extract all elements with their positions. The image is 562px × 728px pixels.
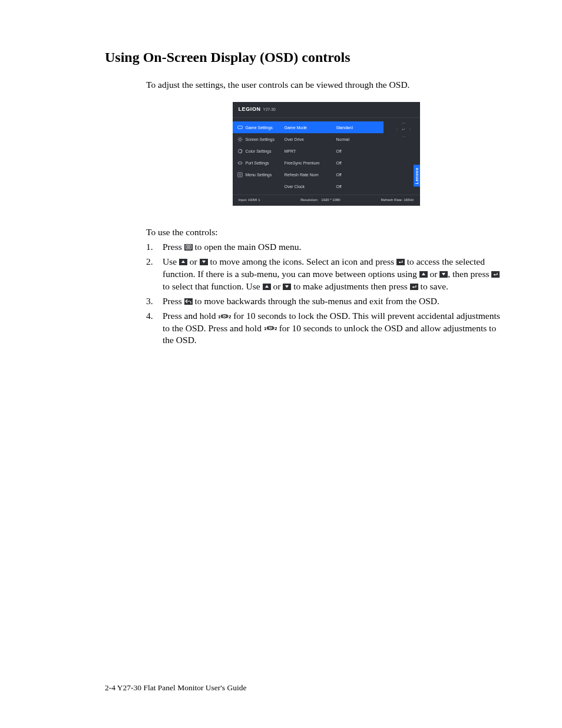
game-icon — [237, 125, 243, 130]
up-arrow-icon — [179, 259, 187, 265]
osd-item: Refresh Rate Num — [280, 169, 332, 180]
svg-line-8 — [238, 140, 239, 141]
step-body: Press to open the main OSD menu. — [163, 241, 506, 253]
osd-sidebar-label: Screen Settings — [246, 137, 275, 141]
step-body: Press and hold 12 for 10 seconds to lock… — [163, 310, 506, 347]
step-number: 1. — [146, 241, 163, 253]
svg-marker-28 — [412, 286, 414, 288]
svg-text:2: 2 — [229, 314, 231, 319]
osd-value: Off — [332, 180, 384, 192]
port-icon — [237, 160, 243, 166]
color-icon — [237, 149, 243, 154]
osd-header: LEGION Y27-30 — [233, 102, 420, 118]
osd-value: Normal — [332, 133, 384, 145]
svg-marker-24 — [442, 273, 445, 276]
step-body: Press to move backwards through the sub-… — [163, 295, 506, 308]
osd-footer: Input: HDMI 1 Resolution: 1920 * 1080 Re… — [233, 195, 420, 203]
svg-text:1: 1 — [218, 314, 221, 319]
osd-item-column: Game Mode Over Drive MPRT FreeSync Premi… — [280, 118, 332, 195]
osd-item: FreeSync Premium — [280, 157, 332, 169]
svg-marker-23 — [422, 273, 425, 276]
down-arrow-icon — [283, 284, 291, 290]
osd-item: Game Mode — [280, 121, 332, 133]
chevron-down-icon: ﹀ — [402, 135, 406, 139]
page-title: Using On-Screen Display (OSD) controls — [105, 50, 506, 65]
step-body: Use or to move among the icons. Select a… — [163, 256, 506, 293]
svg-line-7 — [241, 140, 242, 141]
osd-item: Over Drive — [280, 133, 332, 145]
svg-line-6 — [238, 137, 239, 138]
osd-value: Standard — [332, 121, 384, 133]
enter-icon — [396, 259, 405, 265]
svg-marker-20 — [181, 261, 185, 263]
down-arrow-icon — [439, 271, 448, 278]
osd-item: MPRT — [280, 145, 332, 157]
enter-icon — [410, 284, 418, 290]
svg-marker-26 — [265, 285, 269, 288]
key-hold-icon: 12 — [218, 313, 231, 319]
osd-sidebar-label: Color Settings — [246, 149, 272, 153]
osd-brand: LEGION — [239, 106, 261, 112]
up-arrow-icon — [419, 271, 428, 278]
chevron-right-icon: 〉 — [409, 127, 413, 131]
svg-point-35 — [270, 328, 271, 329]
osd-sidebar-label: Menu Settings — [246, 173, 272, 177]
menu-settings-icon — [237, 172, 243, 177]
brightness-icon — [237, 137, 243, 142]
menu-icon — [184, 244, 193, 251]
svg-rect-0 — [237, 126, 242, 129]
osd-item: Over Clock — [280, 180, 332, 192]
osd-sidebar-item: Menu Settings — [233, 169, 280, 180]
instruction-list: 1. Press to open the main OSD menu. 2. U… — [146, 241, 506, 347]
step-number: 4. — [146, 310, 163, 347]
lenovo-badge: Lenovo — [414, 165, 420, 187]
back-icon — [184, 298, 193, 305]
svg-point-1 — [239, 138, 241, 140]
osd-sidebar: Game Settings Screen Settings Color Sett… — [233, 118, 280, 195]
osd-dpad: ︿ ﹀ 〈 〉 ↵ — [395, 121, 412, 138]
osd-sidebar-item: Game Settings — [233, 121, 280, 133]
svg-marker-25 — [494, 274, 495, 276]
svg-marker-21 — [202, 261, 206, 263]
step-number: 2. — [146, 256, 163, 293]
svg-rect-14 — [237, 172, 242, 176]
osd-model: Y27-30 — [263, 107, 276, 111]
svg-point-31 — [224, 315, 225, 317]
svg-text:1: 1 — [264, 326, 267, 331]
enter-icon — [491, 271, 500, 278]
osd-value-column: Standard Normal Off Off Off Off — [332, 118, 384, 195]
osd-sidebar-item: Color Settings — [233, 145, 280, 157]
up-arrow-icon — [263, 284, 271, 290]
osd-figure: LEGION Y27-30 Game Settings Screen Setti… — [233, 102, 420, 206]
svg-text:2: 2 — [275, 326, 277, 331]
svg-marker-22 — [399, 262, 401, 264]
key-hold-icon: 12 — [264, 325, 277, 331]
enter-glyph-icon: ↵ — [402, 127, 405, 131]
osd-sidebar-label: Game Settings — [246, 126, 273, 130]
osd-value: Off — [332, 145, 384, 157]
chevron-left-icon: 〈 — [394, 127, 398, 131]
osd-sidebar-label: Port Settings — [246, 161, 269, 165]
svg-point-15 — [239, 174, 240, 175]
intro-text: To adjust the settings, the user control… — [146, 80, 506, 90]
down-arrow-icon — [200, 259, 208, 265]
osd-value: Off — [332, 157, 384, 169]
osd-sidebar-item: Screen Settings — [233, 133, 280, 145]
osd-sidebar-item: Port Settings — [233, 157, 280, 169]
svg-line-9 — [241, 137, 242, 138]
osd-value: Off — [332, 169, 384, 180]
svg-rect-11 — [238, 162, 241, 164]
chevron-up-icon: ︿ — [402, 120, 406, 124]
lead-text: To use the controls: — [146, 227, 506, 238]
step-number: 3. — [146, 295, 163, 308]
svg-marker-27 — [285, 285, 289, 288]
page-footer: 2-4 Y27-30 Flat Panel Monitor User's Gui… — [105, 683, 246, 693]
